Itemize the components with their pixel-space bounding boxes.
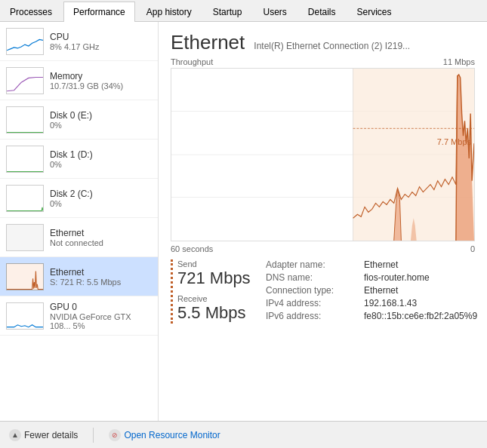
disk1-title: Disk 1 (D:) [50,149,152,160]
main-content: CPU 8% 4.17 GHz Memory 10.7/31.9 GB (34%… [0,22,487,421]
max-label: 11 Mbps [443,57,475,66]
sidebar: CPU 8% 4.17 GHz Memory 10.7/31.9 GB (34%… [0,22,159,421]
graph-area: 7.7 Mbps [171,68,475,241]
stats-details-row: Send 721 Mbps Receive 5.5 Mbps Adapter n… [171,259,475,324]
tab-performance[interactable]: Performance [63,2,135,22]
ipv6-val: fe80::15b:ce6e:fb2f:2a05%9 [364,311,477,321]
graph-label-bottom: 60 seconds 0 [171,244,475,253]
receive-label: Receive [177,294,254,303]
svg-rect-0 [7,225,43,251]
sidebar-item-disk2[interactable]: Disk 2 (C:) 0% [0,179,158,218]
conntype-key: Connection type: [266,285,364,296]
ipv4-val: 192.168.1.43 [364,298,417,308]
ethernet-active-title: Ethernet [50,267,152,278]
panel-header: Ethernet Intel(R) Ethernet Connection (2… [171,31,475,54]
sidebar-item-gpu0[interactable]: GPU 0 NVIDIA GeForce GTX 108... 5% [0,296,158,336]
receive-value: 5.5 Mbps [177,303,254,323]
throughput-label: Throughput [171,57,213,66]
sidebar-item-cpu[interactable]: CPU 8% 4.17 GHz [0,22,158,61]
ipv6-key: IPv6 address: [266,311,364,321]
tab-startup[interactable]: Startup [203,2,252,21]
disk2-title: Disk 2 (C:) [50,189,152,199]
conntype-val: Ethernet [364,285,398,296]
tab-users[interactable]: Users [253,2,296,21]
sidebar-item-disk1[interactable]: Disk 1 (D:) 0% [0,140,158,179]
adapter-val: Ethernet [364,259,398,270]
disk0-title: Disk 0 (E:) [50,110,152,121]
fewer-details-label: Fewer details [24,430,78,440]
disk2-sub: 0% [50,199,152,208]
panel-subtitle: Intel(R) Ethernet Connection (2) I219... [254,41,410,51]
disk0-thumb [6,106,44,133]
disk1-thumb [6,146,44,173]
details-table: Adapter name: Ethernet DNS name: fios-ro… [266,259,477,324]
ethernet-active-sub: S: 721 R: 5.5 Mbps [50,278,152,287]
sidebar-item-ethernet-nc[interactable]: Ethernet Not connected [0,218,158,257]
fewer-details-button[interactable]: ▲ Fewer details [9,429,78,441]
tab-processes[interactable]: Processes [0,2,62,21]
ethernet-nc-title: Ethernet [50,228,152,238]
graph-inner-label: 7.7 Mbps [437,137,471,146]
cpu-thumb [6,28,44,55]
gpu0-title: GPU 0 [50,302,152,312]
gpu0-sub: NVIDIA GeForce GTX 108... 5% [50,312,152,330]
dns-val: fios-router.home [364,272,430,283]
disk0-sub: 0% [50,121,152,130]
cpu-title: CPU [50,32,152,42]
fewer-details-icon: ▲ [9,429,21,441]
send-label: Send [177,259,254,268]
open-resource-label: Open Resource Monitor [124,430,220,440]
adapter-key: Adapter name: [266,259,364,270]
memory-thumb [6,67,44,94]
details-row-conntype: Connection type: Ethernet [266,285,477,296]
cpu-sub: 8% 4.17 GHz [50,42,152,51]
tab-app-history[interactable]: App history [137,2,202,21]
details-row-ipv6: IPv6 address: fe80::15b:ce6e:fb2f:2a05%9 [266,311,477,321]
sidebar-item-disk0[interactable]: Disk 0 (E:) 0% [0,100,158,140]
time-end: 0 [470,244,475,253]
right-panel: Ethernet Intel(R) Ethernet Connection (2… [159,22,487,421]
open-resource-monitor-button[interactable]: ⊘ Open Resource Monitor [109,429,220,441]
gpu0-thumb [6,302,44,330]
tab-details[interactable]: Details [298,2,346,21]
bottom-separator [93,428,94,443]
tab-services[interactable]: Services [347,2,402,21]
details-row-adapter: Adapter name: Ethernet [266,259,477,270]
disk2-thumb [6,185,44,212]
memory-sub: 10.7/31.9 GB (34%) [50,81,152,91]
details-row-dns: DNS name: fios-router.home [266,272,477,283]
receive-block: Receive 5.5 Mbps [177,294,254,323]
ethernet-nc-thumb [6,224,44,251]
sidebar-item-memory[interactable]: Memory 10.7/31.9 GB (34%) [0,61,158,100]
dns-key: DNS name: [266,272,364,283]
send-value: 721 Mbps [177,268,254,288]
send-block: Send 721 Mbps [177,259,254,288]
panel-title: Ethernet [171,31,245,54]
stats-column: Send 721 Mbps Receive 5.5 Mbps [171,259,254,324]
time-label: 60 seconds [171,244,213,253]
disk1-sub: 0% [50,160,152,169]
ethernet-nc-sub: Not connected [50,238,152,247]
ipv4-key: IPv4 address: [266,298,364,308]
tab-bar: Processes Performance App history Startu… [0,0,487,22]
sidebar-item-ethernet-active[interactable]: Ethernet S: 721 R: 5.5 Mbps [0,257,158,296]
bottom-bar: ▲ Fewer details ⊘ Open Resource Monitor [0,421,487,448]
graph-label-top: Throughput 11 Mbps [171,57,475,66]
memory-title: Memory [50,71,152,81]
ethernet-active-thumb [6,263,44,290]
details-row-ipv4: IPv4 address: 192.168.1.43 [266,298,477,308]
resource-monitor-icon: ⊘ [109,429,121,441]
